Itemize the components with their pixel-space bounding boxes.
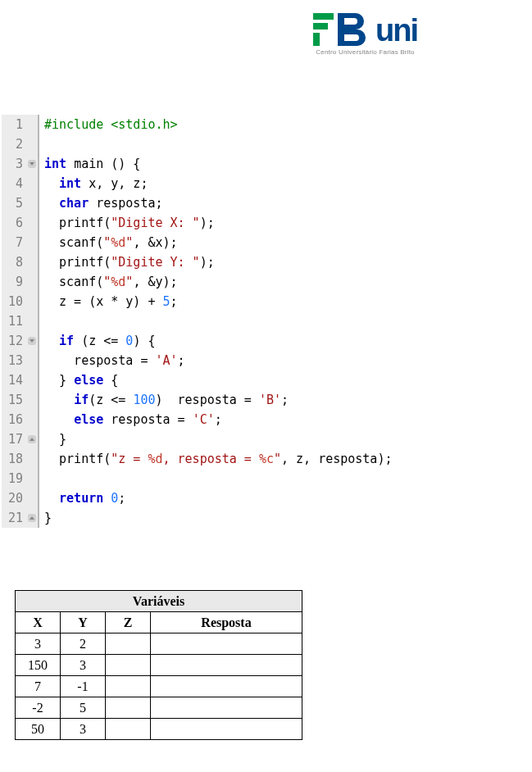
code-text: #include <stdio.h> [39,115,178,134]
code-text: scanf("%d", &x); [39,233,178,252]
table-cell [151,719,302,740]
line-number: 20 [2,488,26,508]
variables-table: Variáveis X Y Z Resposta 3215037-1-25503 [15,590,302,740]
code-line: 10 z = (x * y) + 5; [2,292,461,311]
code-text: scanf("%d", &y); [39,272,178,292]
fold-gutter [26,115,38,134]
code-text: z = (x * y) + 5; [39,292,178,311]
table-cell [151,697,302,719]
svg-rect-1 [313,23,328,30]
line-number: 15 [2,390,26,410]
table-header-x: X [16,612,61,633]
fold-gutter [26,351,38,370]
table-cell: 5 [61,697,106,719]
code-line: 1#include <stdio.h> [2,115,461,134]
table-cell [106,676,151,697]
fold-gutter [26,134,38,154]
line-number: 11 [2,311,26,331]
line-number: 13 [2,351,26,370]
fold-gutter [26,252,38,272]
fold-gutter[interactable] [26,429,38,449]
line-number: 16 [2,410,26,429]
fold-gutter [26,174,38,193]
fold-up-icon[interactable] [28,435,36,443]
code-line: 12 if (z <= 0) { [2,331,461,351]
table-cell: 50 [16,719,61,740]
logo: uni Centro Universitário Farias Brito [313,13,417,56]
fold-gutter [26,488,38,508]
svg-rect-2 [313,33,320,46]
line-number: 8 [2,252,26,272]
logo-mark-row: uni [313,13,417,46]
logo-fb-icon [313,13,371,46]
code-line: 6 printf("Digite X: "); [2,213,461,233]
fold-gutter[interactable] [26,508,38,528]
code-line: 7 scanf("%d", &x); [2,233,461,252]
code-text: int x, y, z; [39,174,148,193]
code-text: } else { [39,370,118,390]
code-line: 15 if(z <= 100) resposta = 'B'; [2,390,461,410]
code-text: if (z <= 0) { [39,331,155,351]
table-cell: 3 [61,655,106,676]
code-line: 4 int x, y, z; [2,174,461,193]
fold-gutter [26,469,38,488]
line-number: 1 [2,115,26,134]
code-text: if(z <= 100) resposta = 'B'; [39,390,289,410]
code-line: 8 printf("Digite Y: "); [2,252,461,272]
fold-down-icon[interactable] [28,160,36,168]
table-header-z: Z [106,612,151,633]
table-cell [151,633,302,655]
table-cell [106,697,151,719]
fold-gutter [26,390,38,410]
table-cell: -2 [16,697,61,719]
line-number: 2 [2,134,26,154]
table-cell: 3 [61,719,106,740]
code-text [39,134,44,154]
line-number: 9 [2,272,26,292]
line-number: 17 [2,429,26,449]
code-line: 20 return 0; [2,488,461,508]
code-text [39,311,44,331]
logo-uni-text: uni [375,15,417,46]
code-text: printf("z = %d, resposta = %c", z, respo… [39,449,392,469]
table-cell: 7 [16,676,61,697]
code-line: 16 else resposta = 'C'; [2,410,461,429]
line-number: 6 [2,213,26,233]
code-line: 5 char resposta; [2,193,461,213]
code-text: resposta = 'A'; [39,351,185,370]
line-number: 7 [2,233,26,252]
fold-gutter [26,292,38,311]
fold-gutter [26,370,38,390]
fold-gutter [26,213,38,233]
svg-rect-3 [338,13,344,46]
table-cell: -1 [61,676,106,697]
table-header-resposta: Resposta [151,612,302,633]
fold-gutter[interactable] [26,331,38,351]
fold-down-icon[interactable] [28,337,36,345]
variables-table-wrap: Variáveis X Y Z Resposta 3215037-1-25503 [15,590,302,740]
table-title: Variáveis [16,591,302,612]
code-text [39,469,44,488]
code-text: } [39,508,52,528]
table-cell: 150 [16,655,61,676]
fold-gutter[interactable] [26,154,38,174]
line-number: 10 [2,292,26,311]
code-line: 14 } else { [2,370,461,390]
code-line: 17 } [2,429,461,449]
line-number: 3 [2,154,26,174]
code-line: 3int main () { [2,154,461,174]
fold-gutter [26,311,38,331]
fold-gutter [26,410,38,429]
table-cell [106,655,151,676]
line-number: 21 [2,508,26,528]
code-line: 2 [2,134,461,154]
table-row: 503 [16,719,302,740]
table-row: 7-1 [16,676,302,697]
code-text: char resposta; [39,193,163,213]
code-text: return 0; [39,488,125,508]
line-number: 19 [2,469,26,488]
code-text: printf("Digite Y: "); [39,252,215,272]
table-cell [106,633,151,655]
code-line: 19 [2,469,461,488]
fold-up-icon[interactable] [28,514,36,522]
